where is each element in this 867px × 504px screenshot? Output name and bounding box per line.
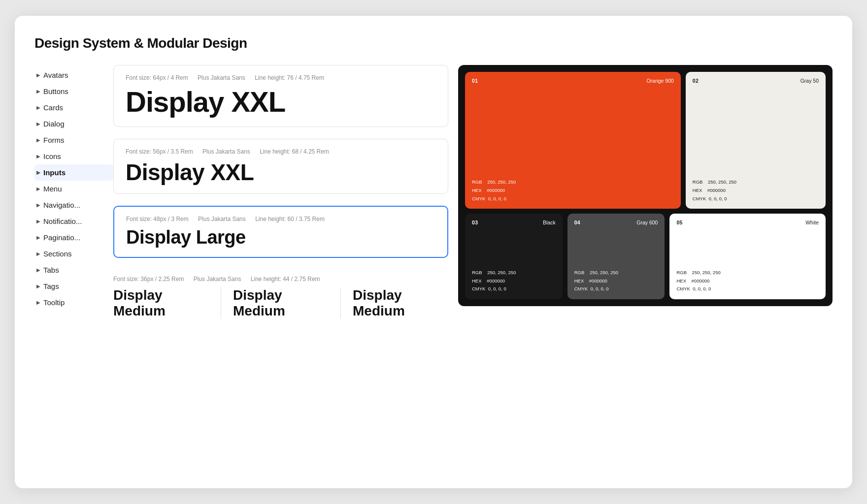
card-name-gray600: Gray 600 bbox=[636, 220, 658, 225]
card-info-04: RGB 250, 250, 250 HEX #000000 CMYK 0, 0,… bbox=[574, 269, 658, 293]
sidebar-pag-label: Paginatio... bbox=[43, 233, 80, 242]
sidebar-item-tooltip[interactable]: ▶ Tooltip bbox=[34, 294, 113, 311]
card-label-row-03: 03 Black bbox=[472, 220, 556, 225]
color-card-black: 03 Black RGB 250, 250, 250 HEX #000000 C… bbox=[465, 214, 563, 299]
content-area: Font size: 64px / 4 Rem Plus Jakarta San… bbox=[113, 65, 833, 319]
display-medium-row: Display Medium Display Medium Display Me… bbox=[113, 287, 448, 319]
main-window: Design System & Modular Design ▶ Avatars… bbox=[15, 16, 852, 488]
card-num-04: 04 bbox=[574, 220, 580, 225]
card-name-black: Black bbox=[543, 220, 556, 225]
chevron-right-icon: ▶ bbox=[36, 154, 40, 159]
sidebar-item-pagination[interactable]: ▶ Paginatio... bbox=[34, 229, 113, 246]
card-num-02: 02 bbox=[693, 78, 699, 84]
color-card-gray50: 02 Gray 50 RGB 250, 250, 250 HEX #000000… bbox=[686, 72, 826, 209]
chevron-right-icon: ▶ bbox=[36, 251, 40, 256]
type-panel-2: Font size: 56px / 3.5 Rem Plus Jakarta S… bbox=[113, 139, 448, 194]
chevron-right-icon: ▶ bbox=[36, 72, 40, 78]
color-card-white: 05 White RGB 250, 250, 250 HEX #000000 C… bbox=[669, 214, 826, 299]
display-large: Display Large bbox=[126, 227, 435, 248]
card-name-white: White bbox=[805, 220, 819, 225]
chevron-right-icon: ▶ bbox=[36, 170, 40, 175]
card-info-05: RGB 250, 250, 250 HEX #000000 CMYK 0, 0,… bbox=[676, 269, 819, 293]
card-name-orange: Orange 900 bbox=[646, 78, 673, 84]
chevron-right-icon: ▶ bbox=[36, 121, 40, 126]
card-info-01: RGB 250, 250, 250 HEX #000000 CMYK 0, 0,… bbox=[472, 178, 674, 203]
chevron-right-icon: ▶ bbox=[36, 300, 40, 305]
divider bbox=[221, 287, 221, 319]
sidebar-item-tags[interactable]: ▶ Tags bbox=[34, 278, 113, 294]
typography-panels: Font size: 64px / 4 Rem Plus Jakarta San… bbox=[113, 65, 448, 319]
card-info-02: RGB 250, 250, 250 HEX #000000 CMYK 0, 0,… bbox=[693, 178, 819, 203]
color-card-orange: 01 Orange 900 RGB 250, 250, 250 HEX #000… bbox=[465, 72, 681, 209]
type-meta-2: Font size: 56px / 3.5 Rem Plus Jakarta S… bbox=[126, 148, 436, 155]
card-num-05: 05 bbox=[676, 220, 682, 225]
sidebar-item-sections[interactable]: ▶ Sections bbox=[34, 246, 113, 262]
chevron-right-icon: ▶ bbox=[36, 267, 40, 273]
page-title: Design System & Modular Design bbox=[34, 35, 833, 51]
chevron-right-icon: ▶ bbox=[36, 284, 40, 289]
color-palette: 01 Orange 900 RGB 250, 250, 250 HEX #000… bbox=[458, 65, 833, 306]
sidebar-item-buttons[interactable]: ▶ Buttons bbox=[34, 83, 113, 99]
sidebar-item-tabs[interactable]: ▶ Tabs bbox=[34, 262, 113, 278]
display-xxl-1: Display XXL bbox=[126, 86, 436, 118]
type-panel-1: Font size: 64px / 4 Rem Plus Jakarta San… bbox=[113, 65, 448, 127]
sidebar-item-navigation[interactable]: ▶ Navigatio... bbox=[34, 197, 113, 213]
sidebar-nav-label: Navigatio... bbox=[43, 201, 80, 209]
card-name-gray50: Gray 50 bbox=[800, 78, 819, 84]
divider bbox=[340, 287, 341, 319]
display-xxl-2: Display XXL bbox=[126, 160, 436, 185]
sidebar-item-notifications[interactable]: ▶ Notificatio... bbox=[34, 213, 113, 229]
chevron-right-icon: ▶ bbox=[36, 137, 40, 143]
display-medium-cell-3: Display Medium bbox=[353, 287, 448, 319]
type-meta-1: Font size: 64px / 4 Rem Plus Jakarta San… bbox=[126, 74, 436, 81]
chevron-right-icon: ▶ bbox=[36, 105, 40, 110]
chevron-right-icon: ▶ bbox=[36, 202, 40, 208]
card-num-01: 01 bbox=[472, 78, 478, 84]
sidebar-item-inputs[interactable]: ▶ Inputs bbox=[34, 164, 113, 181]
sidebar-item-forms[interactable]: ▶ Forms bbox=[34, 132, 113, 148]
sidebar-item-icons[interactable]: ▶ Icons bbox=[34, 148, 113, 164]
card-label-row-02: 02 Gray 50 bbox=[693, 78, 819, 84]
card-label-row-04: 04 Gray 600 bbox=[574, 220, 658, 225]
sidebar-item-cards[interactable]: ▶ Cards bbox=[34, 99, 113, 116]
chevron-right-icon: ▶ bbox=[36, 186, 40, 191]
type-panel-3: Font size: 48px / 3 Rem Plus Jakarta San… bbox=[113, 206, 448, 258]
palette-top-row: 01 Orange 900 RGB 250, 250, 250 HEX #000… bbox=[465, 72, 826, 209]
chevron-right-icon: ▶ bbox=[36, 89, 40, 94]
card-num-03: 03 bbox=[472, 220, 478, 225]
type-meta-4: Font size: 36px / 2.25 Rem Plus Jakarta … bbox=[113, 276, 448, 283]
sidebar: ▶ Avatars ▶ Buttons ▶ Cards ▶ Dialog ▶ F… bbox=[34, 65, 113, 319]
sidebar-item-dialog[interactable]: ▶ Dialog bbox=[34, 116, 113, 132]
sidebar-item-menu[interactable]: ▶ Menu bbox=[34, 181, 113, 197]
sidebar-notif-label: Notificatio... bbox=[43, 217, 82, 225]
display-medium-cell-2: Display Medium bbox=[233, 287, 329, 319]
chevron-right-icon: ▶ bbox=[36, 235, 40, 240]
layout: ▶ Avatars ▶ Buttons ▶ Cards ▶ Dialog ▶ F… bbox=[34, 65, 833, 319]
color-card-gray600: 04 Gray 600 RGB 250, 250, 250 HEX #00000… bbox=[567, 214, 665, 299]
type-panel-4: Font size: 36px / 2.25 Rem Plus Jakarta … bbox=[113, 270, 448, 319]
card-label-row-05: 05 White bbox=[676, 220, 819, 225]
display-medium-cell-1: Display Medium bbox=[113, 287, 209, 319]
sidebar-item-avatars[interactable]: ▶ Avatars bbox=[34, 67, 113, 83]
chevron-right-icon: ▶ bbox=[36, 219, 40, 224]
card-info-03: RGB 250, 250, 250 HEX #000000 CMYK 0, 0,… bbox=[472, 269, 556, 293]
card-label-row-01: 01 Orange 900 bbox=[472, 78, 674, 84]
palette-bottom-row: 03 Black RGB 250, 250, 250 HEX #000000 C… bbox=[465, 214, 826, 299]
type-meta-3: Font size: 48px / 3 Rem Plus Jakarta San… bbox=[126, 216, 435, 222]
